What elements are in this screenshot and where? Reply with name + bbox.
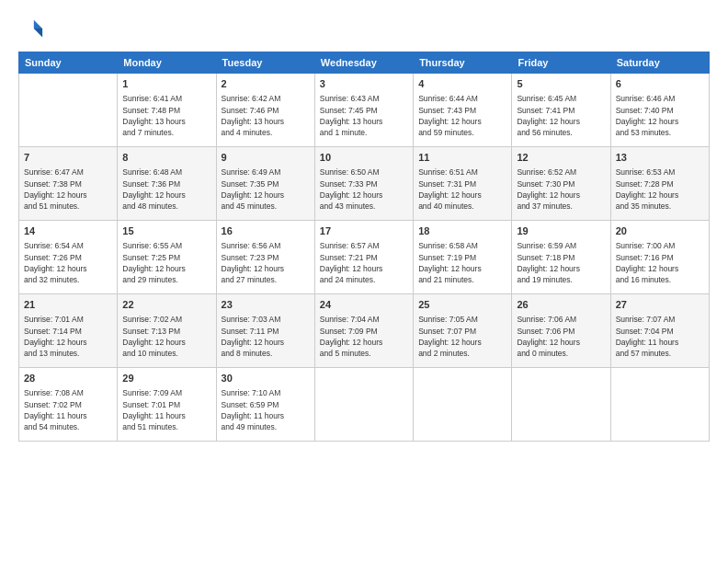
day-number: 10	[320, 151, 408, 165]
header-cell-saturday: Saturday	[610, 52, 709, 74]
day-info: Sunrise: 6:55 AMSunset: 7:25 PMDaylight:…	[122, 240, 210, 285]
day-number: 19	[517, 224, 605, 238]
day-number: 4	[418, 77, 506, 91]
logo	[18, 17, 48, 42]
calendar-cell: 20Sunrise: 7:00 AMSunset: 7:16 PMDayligh…	[610, 221, 709, 294]
calendar-cell: 6Sunrise: 6:46 AMSunset: 7:40 PMDaylight…	[610, 74, 709, 147]
day-number: 9	[222, 151, 310, 165]
day-number: 26	[517, 298, 605, 312]
calendar-cell: 21Sunrise: 7:01 AMSunset: 7:14 PMDayligh…	[19, 294, 118, 368]
day-number: 12	[517, 151, 605, 165]
day-info: Sunrise: 7:00 AMSunset: 7:16 PMDaylight:…	[616, 240, 704, 285]
day-number: 16	[222, 224, 310, 238]
day-info: Sunrise: 7:08 AMSunset: 7:02 PMDaylight:…	[24, 387, 112, 432]
calendar-cell: 11Sunrise: 6:51 AMSunset: 7:31 PMDayligh…	[414, 147, 512, 221]
calendar-cell: 23Sunrise: 7:03 AMSunset: 7:11 PMDayligh…	[216, 294, 314, 368]
day-number: 21	[24, 298, 112, 312]
day-info: Sunrise: 7:03 AMSunset: 7:11 PMDaylight:…	[222, 314, 310, 359]
day-info: Sunrise: 7:10 AMSunset: 6:59 PMDaylight:…	[222, 387, 310, 432]
day-info: Sunrise: 6:46 AMSunset: 7:40 PMDaylight:…	[616, 93, 704, 138]
page: SundayMondayTuesdayWednesdayThursdayFrid…	[0, 0, 728, 563]
day-number: 13	[616, 151, 704, 165]
day-info: Sunrise: 6:51 AMSunset: 7:31 PMDaylight:…	[418, 167, 506, 212]
calendar-cell: 25Sunrise: 7:05 AMSunset: 7:07 PMDayligh…	[414, 294, 512, 368]
day-number: 15	[122, 224, 210, 238]
calendar-cell: 18Sunrise: 6:58 AMSunset: 7:19 PMDayligh…	[414, 221, 512, 294]
calendar-cell: 29Sunrise: 7:09 AMSunset: 7:01 PMDayligh…	[118, 368, 216, 442]
header-cell-tuesday: Tuesday	[216, 52, 314, 74]
calendar-week-4: 21Sunrise: 7:01 AMSunset: 7:14 PMDayligh…	[19, 294, 710, 368]
day-number: 18	[418, 224, 506, 238]
day-info: Sunrise: 7:04 AMSunset: 7:09 PMDaylight:…	[320, 314, 408, 359]
day-number: 30	[222, 372, 310, 385]
calendar-cell: 12Sunrise: 6:52 AMSunset: 7:30 PMDayligh…	[512, 147, 610, 221]
day-number: 8	[122, 151, 210, 165]
calendar-body: 1Sunrise: 6:41 AMSunset: 7:48 PMDaylight…	[19, 74, 710, 442]
day-info: Sunrise: 6:45 AMSunset: 7:41 PMDaylight:…	[517, 93, 605, 138]
calendar-cell: 26Sunrise: 7:06 AMSunset: 7:06 PMDayligh…	[512, 294, 610, 368]
calendar-cell: 17Sunrise: 6:57 AMSunset: 7:21 PMDayligh…	[314, 221, 413, 294]
day-info: Sunrise: 6:49 AMSunset: 7:35 PMDaylight:…	[222, 167, 310, 212]
calendar-cell: 14Sunrise: 6:54 AMSunset: 7:26 PMDayligh…	[19, 221, 118, 294]
day-info: Sunrise: 7:01 AMSunset: 7:14 PMDaylight:…	[24, 314, 112, 359]
calendar-cell: 19Sunrise: 6:59 AMSunset: 7:18 PMDayligh…	[512, 221, 610, 294]
day-info: Sunrise: 7:06 AMSunset: 7:06 PMDaylight:…	[517, 314, 605, 359]
calendar-cell: 22Sunrise: 7:02 AMSunset: 7:13 PMDayligh…	[118, 294, 216, 368]
day-number: 29	[122, 372, 210, 385]
calendar-cell: 15Sunrise: 6:55 AMSunset: 7:25 PMDayligh…	[118, 221, 216, 294]
day-number: 17	[320, 224, 408, 238]
day-number: 22	[122, 298, 210, 312]
header-cell-wednesday: Wednesday	[314, 52, 413, 74]
calendar-week-1: 1Sunrise: 6:41 AMSunset: 7:48 PMDaylight…	[19, 74, 710, 147]
calendar-week-2: 7Sunrise: 6:47 AMSunset: 7:38 PMDaylight…	[19, 147, 710, 221]
day-info: Sunrise: 7:09 AMSunset: 7:01 PMDaylight:…	[122, 387, 210, 432]
day-number: 25	[418, 298, 506, 312]
svg-marker-0	[34, 20, 42, 29]
header-cell-sunday: Sunday	[19, 52, 118, 74]
day-info: Sunrise: 6:53 AMSunset: 7:28 PMDaylight:…	[616, 167, 704, 212]
day-number: 24	[320, 298, 408, 312]
calendar-week-5: 28Sunrise: 7:08 AMSunset: 7:02 PMDayligh…	[19, 368, 710, 442]
day-info: Sunrise: 6:42 AMSunset: 7:46 PMDaylight:…	[222, 93, 310, 138]
calendar-cell	[314, 368, 413, 442]
svg-marker-1	[34, 29, 42, 37]
header-cell-friday: Friday	[512, 52, 610, 74]
day-info: Sunrise: 7:05 AMSunset: 7:07 PMDaylight:…	[418, 314, 506, 359]
header-cell-monday: Monday	[118, 52, 216, 74]
day-number: 27	[616, 298, 704, 312]
calendar-header: SundayMondayTuesdayWednesdayThursdayFrid…	[19, 52, 710, 74]
day-info: Sunrise: 6:59 AMSunset: 7:18 PMDaylight:…	[517, 240, 605, 285]
calendar-cell: 24Sunrise: 7:04 AMSunset: 7:09 PMDayligh…	[314, 294, 413, 368]
calendar-cell	[414, 368, 512, 442]
calendar-cell	[610, 368, 709, 442]
calendar-cell: 10Sunrise: 6:50 AMSunset: 7:33 PMDayligh…	[314, 147, 413, 221]
day-info: Sunrise: 6:57 AMSunset: 7:21 PMDaylight:…	[320, 240, 408, 285]
day-number: 5	[517, 77, 605, 91]
logo-icon	[18, 17, 44, 42]
day-info: Sunrise: 6:44 AMSunset: 7:43 PMDaylight:…	[418, 93, 506, 138]
day-number: 14	[24, 224, 112, 238]
header	[18, 17, 710, 42]
calendar-cell: 7Sunrise: 6:47 AMSunset: 7:38 PMDaylight…	[19, 147, 118, 221]
day-number: 20	[616, 224, 704, 238]
calendar-cell: 28Sunrise: 7:08 AMSunset: 7:02 PMDayligh…	[19, 368, 118, 442]
calendar-cell: 5Sunrise: 6:45 AMSunset: 7:41 PMDaylight…	[512, 74, 610, 147]
calendar-week-3: 14Sunrise: 6:54 AMSunset: 7:26 PMDayligh…	[19, 221, 710, 294]
day-info: Sunrise: 7:02 AMSunset: 7:13 PMDaylight:…	[122, 314, 210, 359]
calendar-cell: 3Sunrise: 6:43 AMSunset: 7:45 PMDaylight…	[314, 74, 413, 147]
header-row: SundayMondayTuesdayWednesdayThursdayFrid…	[19, 52, 710, 74]
calendar-cell: 13Sunrise: 6:53 AMSunset: 7:28 PMDayligh…	[610, 147, 709, 221]
day-info: Sunrise: 6:50 AMSunset: 7:33 PMDaylight:…	[320, 167, 408, 212]
day-info: Sunrise: 6:43 AMSunset: 7:45 PMDaylight:…	[320, 93, 408, 138]
day-info: Sunrise: 6:41 AMSunset: 7:48 PMDaylight:…	[122, 93, 210, 138]
calendar-cell: 4Sunrise: 6:44 AMSunset: 7:43 PMDaylight…	[414, 74, 512, 147]
day-info: Sunrise: 6:47 AMSunset: 7:38 PMDaylight:…	[24, 167, 112, 212]
calendar-cell	[19, 74, 118, 147]
calendar-cell: 8Sunrise: 6:48 AMSunset: 7:36 PMDaylight…	[118, 147, 216, 221]
day-info: Sunrise: 6:54 AMSunset: 7:26 PMDaylight:…	[24, 240, 112, 285]
calendar-cell: 1Sunrise: 6:41 AMSunset: 7:48 PMDaylight…	[118, 74, 216, 147]
calendar-cell: 2Sunrise: 6:42 AMSunset: 7:46 PMDaylight…	[216, 74, 314, 147]
calendar-cell: 30Sunrise: 7:10 AMSunset: 6:59 PMDayligh…	[216, 368, 314, 442]
day-info: Sunrise: 6:52 AMSunset: 7:30 PMDaylight:…	[517, 167, 605, 212]
calendar-cell: 16Sunrise: 6:56 AMSunset: 7:23 PMDayligh…	[216, 221, 314, 294]
